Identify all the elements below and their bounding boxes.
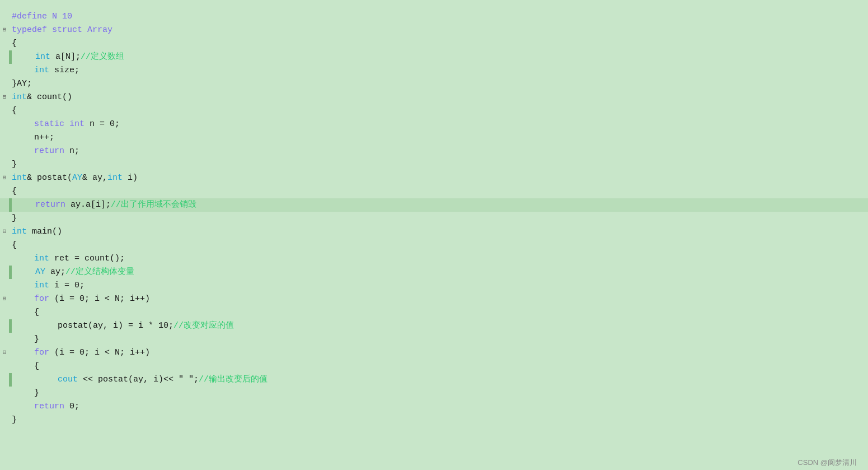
token: i = 0; (49, 279, 85, 292)
token: int (12, 171, 27, 185)
token: n = 0; (85, 118, 120, 131)
code-line: ⊟typedef struct Array (0, 24, 868, 37)
code-line: ⊟int& postat(AY& ay,int i) (0, 171, 868, 185)
token: //出了作用域不会销毁 (111, 198, 196, 212)
token: a[N]; (50, 50, 81, 64)
token: AY (35, 266, 45, 279)
line-bar (9, 266, 12, 279)
token: n++; (34, 131, 54, 145)
code-line: int ret = count(); (0, 252, 868, 266)
token: return (35, 198, 65, 212)
token: for (34, 292, 49, 306)
token: { (34, 306, 39, 319)
code-line: { (0, 104, 868, 118)
token: 0; (64, 400, 79, 413)
token: #define N 10 (12, 10, 72, 24)
token: }AY; (12, 77, 32, 91)
collapse-icon[interactable]: ⊟ (0, 25, 9, 35)
code-line: int i = 0; (0, 279, 868, 292)
code-line: ⊟for (i = 0; i < N; i++) (0, 292, 868, 306)
code-line: ⊟for (i = 0; i < N; i++) (0, 346, 868, 360)
code-line: cout << postat(ay, i)<< " ";//输出改变后的值 (0, 373, 868, 387)
token: for (34, 346, 49, 360)
code-line: { (0, 37, 868, 50)
token: int (35, 50, 50, 64)
token: //定义数组 (81, 50, 124, 64)
code-line: } (0, 387, 868, 400)
token: size; (49, 64, 79, 77)
code-line: return n; (0, 145, 868, 158)
token: AY (72, 171, 82, 185)
token: typedef struct Array (12, 24, 112, 37)
line-bar (9, 50, 12, 64)
token: postat(ay, i) = i * 10; (58, 319, 173, 333)
token: int (107, 171, 123, 185)
token: //输出改变后的值 (199, 373, 268, 387)
code-line: postat(ay, i) = i * 10;//改变对应的值 (0, 319, 868, 333)
collapse-icon[interactable]: ⊟ (0, 92, 9, 103)
token: } (12, 413, 17, 427)
code-line: static int n = 0; (0, 118, 868, 131)
line-bar (9, 373, 12, 387)
line-bar (9, 319, 12, 333)
token: } (12, 212, 17, 225)
code-line: }AY; (0, 77, 868, 91)
code-line: return ay.a[i];//出了作用域不会销毁 (0, 198, 868, 212)
token: } (34, 333, 39, 346)
token: { (12, 37, 17, 50)
token: int (34, 252, 49, 266)
code-line: } (0, 212, 868, 225)
token: int (34, 279, 49, 292)
line-bar (9, 198, 12, 212)
token: << postat(ay, i)<< " "; (78, 373, 199, 387)
code-line: ⊟int& count() (0, 91, 868, 104)
code-line: } (0, 413, 868, 427)
token: static int (34, 118, 85, 131)
token: return (34, 145, 64, 158)
token: ret = count(); (49, 252, 125, 266)
token: int (12, 225, 27, 239)
code-line: { (0, 185, 868, 198)
code-line: } (0, 333, 868, 346)
token: n; (64, 145, 79, 158)
token: & ay, (82, 171, 107, 185)
code-line: } (0, 158, 868, 171)
code-line: n++; (0, 131, 868, 145)
code-line: return 0; (0, 400, 868, 413)
token: ay; (45, 266, 65, 279)
token: main() (27, 225, 62, 239)
watermark: CSDN @阆梦清川 (797, 457, 857, 469)
collapse-icon[interactable]: ⊟ (0, 348, 9, 358)
token: (i = 0; i < N; i++) (49, 292, 150, 306)
token: return (34, 400, 64, 413)
collapse-icon[interactable]: ⊟ (0, 173, 9, 183)
token: int (34, 64, 49, 77)
token: } (12, 158, 17, 171)
collapse-icon[interactable]: ⊟ (0, 294, 9, 304)
code-line: int a[N];//定义数组 (0, 50, 868, 64)
token: i) (123, 171, 138, 185)
token: //改变对应的值 (173, 319, 234, 333)
code-lines: #define N 10⊟typedef struct Array{int a[… (0, 10, 868, 427)
token: //定义结构体变量 (65, 266, 134, 279)
collapse-icon[interactable]: ⊟ (0, 227, 9, 237)
code-line: ⊟int main() (0, 225, 868, 239)
token: { (12, 239, 17, 252)
code-line: #define N 10 (0, 10, 868, 24)
code-line: AY ay;//定义结构体变量 (0, 266, 868, 279)
token: int (12, 91, 27, 104)
code-line: { (0, 239, 868, 252)
token: (i = 0; i < N; i++) (49, 346, 150, 360)
token: { (12, 104, 17, 118)
token: & count() (27, 91, 72, 104)
token: cout (58, 373, 78, 387)
code-editor: #define N 10⊟typedef struct Array{int a[… (0, 6, 868, 470)
token: } (34, 387, 39, 400)
token: { (34, 360, 39, 373)
code-line: { (0, 306, 868, 319)
code-line: int size; (0, 64, 868, 77)
token: ay.a[i]; (65, 198, 111, 212)
token: & postat( (27, 171, 72, 185)
code-line: { (0, 360, 868, 373)
token: { (12, 185, 17, 198)
